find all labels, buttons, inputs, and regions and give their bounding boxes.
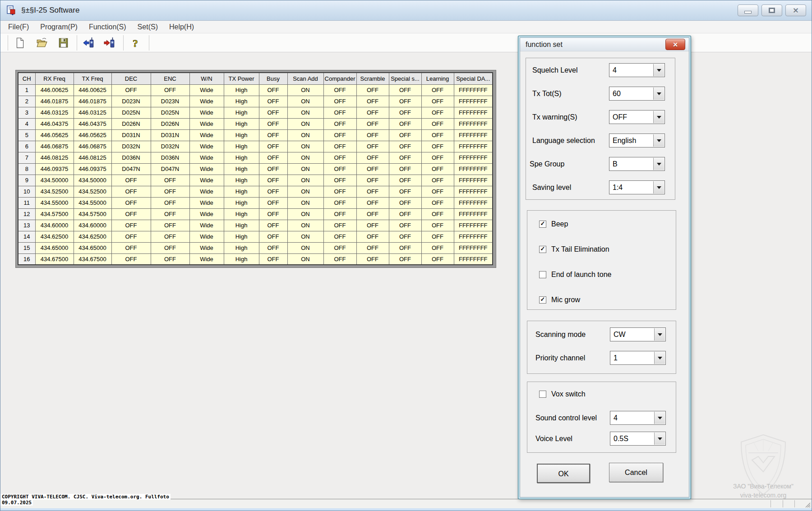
table-cell[interactable]: OFF — [151, 231, 189, 242]
table-cell[interactable]: FFFFFFFF — [454, 163, 493, 175]
table-cell[interactable]: OFF — [151, 84, 189, 96]
table-cell[interactable]: 3 — [18, 107, 35, 118]
chevron-down-icon[interactable] — [654, 412, 665, 424]
table-cell[interactable]: OFF — [323, 84, 356, 96]
table-cell[interactable]: OFF — [421, 129, 454, 141]
table-cell[interactable]: ON — [287, 208, 323, 220]
table-cell[interactable]: OFF — [356, 253, 389, 265]
table-cell[interactable]: D036N — [151, 152, 189, 163]
column-header[interactable]: Busy — [259, 73, 287, 84]
table-cell[interactable]: FFFFFFFF — [454, 152, 493, 163]
table-cell[interactable]: High — [224, 129, 259, 141]
mic-grow-checkbox[interactable] — [539, 296, 546, 304]
table-cell[interactable]: OFF — [323, 231, 356, 242]
table-cell[interactable]: 446.05625 — [74, 129, 111, 141]
table-cell[interactable]: 446.06875 — [35, 141, 74, 152]
table-cell[interactable]: OFF — [151, 220, 189, 231]
table-cell[interactable]: 16 — [18, 253, 35, 265]
table-cell[interactable]: OFF — [356, 163, 389, 175]
table-cell[interactable]: 2 — [18, 96, 35, 107]
table-cell[interactable]: Wide — [189, 152, 224, 163]
table-cell[interactable]: ON — [287, 96, 323, 107]
table-cell[interactable]: OFF — [259, 197, 287, 208]
table-cell[interactable]: 446.00625 — [35, 84, 74, 96]
table-cell[interactable]: Wide — [189, 163, 224, 175]
table-cell[interactable]: OFF — [389, 242, 421, 253]
table-cell[interactable]: OFF — [151, 242, 189, 253]
table-cell[interactable]: 13 — [18, 220, 35, 231]
end-of-launch-tone-checkbox[interactable] — [539, 271, 546, 278]
table-cell[interactable]: ON — [287, 141, 323, 152]
save-file-button[interactable] — [54, 35, 72, 51]
table-cell[interactable]: OFF — [421, 118, 454, 129]
column-header[interactable]: DEC — [111, 73, 151, 84]
spe-group-select[interactable]: B — [609, 157, 665, 171]
chevron-down-icon[interactable] — [653, 87, 664, 100]
menu-function[interactable]: Function(S) — [85, 22, 130, 32]
table-cell[interactable]: High — [224, 141, 259, 152]
table-cell[interactable]: OFF — [421, 208, 454, 220]
help-button[interactable]: ? — [126, 35, 144, 51]
menu-file[interactable]: File(F) — [4, 22, 33, 32]
table-cell[interactable]: 14 — [18, 231, 35, 242]
tx-tot-select[interactable]: 60 — [609, 87, 665, 101]
chevron-down-icon[interactable] — [654, 433, 665, 445]
table-cell[interactable]: OFF — [421, 96, 454, 107]
table-cell[interactable]: OFF — [151, 175, 189, 186]
table-cell[interactable]: OFF — [111, 208, 151, 220]
table-cell[interactable]: Wide — [189, 186, 224, 197]
scanning-mode-select[interactable]: CW — [610, 327, 666, 341]
table-cell[interactable]: ON — [287, 129, 323, 141]
table-cell[interactable]: OFF — [323, 152, 356, 163]
table-cell[interactable]: OFF — [389, 107, 421, 118]
table-cell[interactable]: 434.62500 — [74, 231, 111, 242]
table-cell[interactable]: OFF — [356, 118, 389, 129]
table-cell[interactable]: 7 — [18, 152, 35, 163]
table-cell[interactable]: FFFFFFFF — [454, 186, 493, 197]
table-cell[interactable]: FFFFFFFF — [454, 129, 493, 141]
table-cell[interactable]: D025N — [111, 107, 151, 118]
table-cell[interactable]: OFF — [389, 152, 421, 163]
table-cell[interactable]: OFF — [259, 118, 287, 129]
table-cell[interactable]: ON — [287, 175, 323, 186]
table-cell[interactable]: OFF — [389, 231, 421, 242]
table-cell[interactable]: OFF — [323, 220, 356, 231]
table-cell[interactable]: OFF — [421, 186, 454, 197]
table-cell[interactable]: 446.08125 — [35, 152, 74, 163]
new-file-button[interactable] — [11, 35, 29, 51]
table-cell[interactable]: OFF — [389, 96, 421, 107]
column-header[interactable]: ENC — [151, 73, 189, 84]
table-cell[interactable]: D026N — [151, 118, 189, 129]
table-cell[interactable]: Wide — [189, 84, 224, 96]
table-cell[interactable]: ON — [287, 107, 323, 118]
table-cell[interactable]: OFF — [323, 208, 356, 220]
table-cell[interactable]: 434.55000 — [74, 197, 111, 208]
table-cell[interactable]: D023N — [151, 96, 189, 107]
table-cell[interactable]: OFF — [389, 208, 421, 220]
table-cell[interactable]: 446.05625 — [35, 129, 74, 141]
table-cell[interactable]: OFF — [111, 220, 151, 231]
table-cell[interactable]: D047N — [111, 163, 151, 175]
table-cell[interactable]: FFFFFFFF — [454, 107, 493, 118]
table-cell[interactable]: OFF — [356, 96, 389, 107]
table-cell[interactable]: 11 — [18, 197, 35, 208]
table-cell[interactable]: OFF — [323, 163, 356, 175]
column-header[interactable]: Compander — [323, 73, 356, 84]
minimize-button[interactable] — [738, 5, 758, 16]
table-cell[interactable]: OFF — [356, 107, 389, 118]
chevron-down-icon[interactable] — [653, 111, 664, 123]
table-cell[interactable]: High — [224, 220, 259, 231]
table-cell[interactable]: Wide — [189, 231, 224, 242]
table-cell[interactable]: OFF — [356, 129, 389, 141]
chevron-down-icon[interactable] — [653, 158, 664, 170]
table-cell[interactable]: Wide — [189, 118, 224, 129]
table-cell[interactable]: ON — [287, 152, 323, 163]
table-cell[interactable]: Wide — [189, 141, 224, 152]
table-cell[interactable]: OFF — [259, 253, 287, 265]
priority-channel-select[interactable]: 1 — [610, 351, 666, 365]
table-cell[interactable]: Wide — [189, 208, 224, 220]
ok-button[interactable]: OK — [537, 464, 590, 483]
table-cell[interactable]: High — [224, 84, 259, 96]
table-cell[interactable]: FFFFFFFF — [454, 208, 493, 220]
table-cell[interactable]: OFF — [151, 197, 189, 208]
